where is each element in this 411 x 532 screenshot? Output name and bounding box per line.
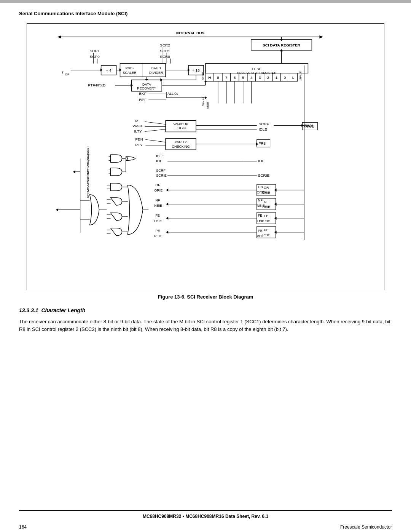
svg-text:PTY: PTY: [135, 143, 143, 147]
svg-text:BAUD: BAUD: [151, 66, 161, 70]
svg-text:NF: NF: [258, 198, 263, 202]
footer-row: 164 Freescale Semiconductor: [0, 522, 411, 532]
page-header: Serial Communications Interface Module (…: [19, 11, 392, 16]
svg-marker-80: [205, 96, 207, 99]
svg-text:ORIE: ORIE: [262, 191, 271, 195]
figure-caption-text: Figure 13-6. SCI Receiver Block Diagram: [158, 294, 253, 300]
svg-line-98: [145, 121, 166, 124]
body-text: The receiver can accommodate either 8-bi…: [19, 318, 392, 334]
svg-text:IDLE: IDLE: [156, 154, 164, 158]
svg-text:ALL 1s: ALL 1s: [201, 97, 204, 106]
page: Serial Communications Interface Module (…: [0, 0, 411, 532]
svg-text:ORIE: ORIE: [154, 189, 162, 192]
svg-text:SCP0: SCP0: [90, 54, 100, 59]
svg-text:R8: R8: [261, 141, 266, 145]
svg-text:DIVIDER: DIVIDER: [149, 71, 163, 75]
svg-text:RECOVERY: RECOVERY: [137, 86, 156, 90]
svg-marker-121: [256, 142, 258, 145]
svg-text:ILTY: ILTY: [134, 129, 142, 133]
svg-marker-177: [73, 170, 75, 173]
top-bar: [0, 0, 411, 3]
svg-text:STOP: STOP: [201, 72, 205, 80]
svg-text:FEIE: FEIE: [263, 219, 270, 223]
svg-text:8: 8: [217, 75, 219, 80]
svg-marker-7: [280, 39, 283, 41]
svg-text:IDLE: IDLE: [259, 127, 268, 131]
svg-text:NF: NF: [155, 198, 160, 202]
svg-text:SCRIE: SCRIE: [156, 174, 166, 177]
svg-text:÷ 16: ÷ 16: [192, 68, 200, 72]
svg-text:BKF: BKF: [139, 91, 146, 96]
footer-doc-title: MC68HC908MR32 • MC68HC908MR16 Data Sheet…: [143, 514, 268, 519]
svg-text:CHECKING: CHECKING: [172, 145, 190, 149]
svg-text:OP: OP: [65, 73, 70, 76]
svg-text:START: START: [299, 71, 302, 81]
footer-center: MC68HC908MR32 • MC68HC908MR16 Data Sheet…: [19, 510, 392, 522]
svg-text:PE: PE: [258, 229, 263, 233]
svg-marker-2: [57, 35, 61, 38]
svg-text:FEIE: FEIE: [154, 219, 162, 223]
svg-text:ALL 0s: ALL 0s: [167, 92, 178, 96]
svg-text:NEIE: NEIE: [154, 204, 162, 208]
footer-company: Freescale Semiconductor: [340, 524, 392, 530]
svg-marker-198: [166, 203, 168, 206]
svg-text:WAKEUP: WAKEUP: [174, 122, 188, 126]
svg-marker-175: [56, 208, 58, 211]
svg-text:SCP1: SCP1: [90, 49, 100, 53]
svg-text:PARITY: PARITY: [175, 140, 187, 144]
svg-text:MSB: MSB: [206, 102, 209, 109]
svg-text:7: 7: [225, 75, 228, 80]
section-number: 13.3.3.1: [19, 307, 38, 313]
footer-page-number: 164: [19, 524, 27, 530]
svg-marker-29: [100, 69, 103, 72]
svg-text:ILIE: ILIE: [156, 159, 162, 163]
svg-text:SCR1: SCR1: [160, 49, 170, 53]
svg-text:RWU: RWU: [306, 124, 315, 128]
svg-text:0: 0: [284, 75, 286, 80]
svg-text:SCR2: SCR2: [160, 43, 170, 47]
svg-text:H: H: [208, 75, 211, 80]
svg-text:INTERNAL BUS: INTERNAL BUS: [176, 31, 204, 35]
svg-text:PEIE: PEIE: [154, 234, 162, 238]
svg-marker-210: [274, 231, 277, 234]
svg-marker-204: [274, 189, 277, 192]
svg-text:SCRF: SCRF: [259, 122, 269, 126]
svg-text:OR: OR: [155, 183, 161, 187]
svg-text:L: L: [292, 75, 295, 80]
svg-text:1: 1: [276, 75, 278, 80]
section-body: The receiver can accommodate either 8-bi…: [19, 319, 390, 332]
svg-text:CPU INTERRUPT REQUEST: CPU INTERRUPT REQUEST: [86, 152, 89, 192]
svg-text:PRE-: PRE-: [126, 66, 134, 70]
svg-marker-196: [166, 189, 168, 192]
figure-caption: Figure 13-6. SCI Receiver Block Diagram: [19, 294, 392, 300]
svg-text:DATA: DATA: [142, 83, 151, 86]
svg-marker-200: [166, 217, 168, 220]
svg-marker-41: [131, 84, 133, 87]
svg-text:6: 6: [234, 75, 236, 80]
svg-text:f: f: [62, 70, 64, 75]
svg-text:SCI DATA REGISTER: SCI DATA REGISTER: [263, 43, 300, 47]
svg-text:4: 4: [250, 75, 253, 80]
svg-text:÷ 4: ÷ 4: [106, 68, 112, 72]
svg-text:SCR0: SCR0: [160, 54, 170, 59]
svg-text:RPF: RPF: [139, 97, 147, 102]
block-diagram-svg: INTERNAL BUS SCI DATA REGISTER SCR2 SCR1…: [31, 27, 380, 286]
svg-text:FE: FE: [258, 214, 262, 217]
svg-text:FE: FE: [155, 214, 159, 217]
svg-text:SCRIE: SCRIE: [258, 173, 270, 177]
section-heading: 13.3.3.1 Character Length: [19, 307, 392, 313]
diagram-container: INTERNAL BUS SCI DATA REGISTER SCR2 SCR1…: [27, 23, 384, 290]
svg-text:M: M: [135, 119, 138, 123]
svg-text:PEIE: PEIE: [262, 233, 270, 237]
svg-text:5: 5: [242, 75, 244, 80]
svg-line-100: [145, 129, 166, 131]
header-title: Serial Communications Interface Module (…: [19, 11, 127, 16]
svg-text:PTF4/RxD: PTF4/RxD: [88, 83, 106, 87]
svg-text:11-BIT: 11-BIT: [252, 67, 262, 71]
svg-marker-31: [119, 69, 121, 72]
svg-text:OR: OR: [264, 186, 269, 190]
svg-marker-35: [188, 69, 190, 72]
svg-text:PE: PE: [264, 228, 269, 232]
svg-marker-202: [166, 231, 168, 234]
svg-text:WAKE: WAKE: [132, 124, 143, 128]
